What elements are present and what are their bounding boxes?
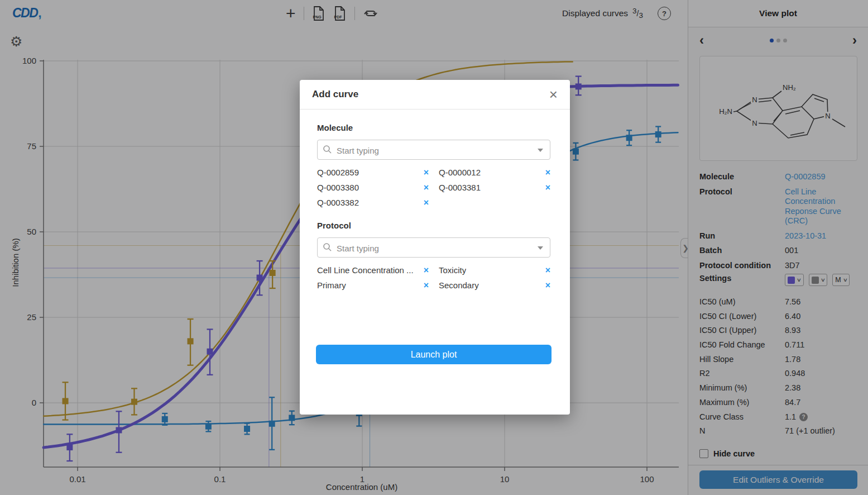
remove-icon[interactable]: × [424, 266, 429, 274]
protocol-search-input[interactable] [335, 238, 536, 258]
remove-icon[interactable]: × [545, 282, 550, 289]
selected-protocol-label: Cell Line Concentration ... [317, 265, 414, 275]
remove-icon[interactable]: × [545, 184, 550, 192]
chevron-down-icon[interactable] [538, 149, 543, 152]
selected-molecule-item: Q-0000012× [439, 168, 550, 177]
selected-molecule-label: Q-0002859 [317, 168, 359, 177]
chevron-down-icon[interactable] [538, 246, 543, 250]
remove-icon[interactable]: × [424, 282, 429, 289]
search-icon [323, 145, 332, 154]
selected-molecule-label: Q-0003382 [317, 198, 359, 207]
selected-protocol-item: Secondary× [439, 280, 550, 290]
selected-molecule-item: Q-0002859× [317, 168, 429, 177]
selected-molecule-label: Q-0000012 [439, 168, 481, 177]
add-curve-modal: Add curve × Molecule Q-0002859×Q-0000012… [300, 80, 570, 415]
selected-protocol-label: Primary [317, 280, 346, 290]
molecule-search-box [317, 140, 550, 160]
molecule-search-input[interactable] [335, 140, 536, 160]
selected-molecules: Q-0002859×Q-0000012×Q-0003380×Q-0003381×… [317, 168, 550, 207]
selected-protocol-label: Secondary [439, 280, 479, 290]
protocol-field-label: Protocol [317, 221, 550, 230]
selected-molecule-item: Q-0003381× [439, 183, 550, 192]
molecule-field-label: Molecule [317, 123, 550, 132]
selected-protocol-item: Toxicity× [439, 265, 550, 275]
selected-molecule-label: Q-0003380 [317, 183, 359, 192]
search-icon [323, 242, 332, 252]
selected-protocol-label: Toxicity [439, 265, 466, 275]
selected-molecule-item: Q-0003382× [317, 198, 429, 207]
launch-plot-button[interactable]: Launch plot [316, 345, 552, 364]
remove-icon[interactable]: × [424, 184, 429, 192]
selected-protocol-item: Primary× [317, 280, 429, 290]
remove-icon[interactable]: × [424, 169, 429, 177]
remove-icon[interactable]: × [424, 199, 429, 207]
modal-body: Molecule Q-0002859×Q-0000012×Q-0003380×Q… [300, 110, 570, 364]
modal-header: Add curve × [300, 80, 570, 110]
remove-icon[interactable]: × [545, 266, 550, 274]
selected-molecule-item: Q-0003380× [317, 183, 429, 192]
selected-protocol-item: Cell Line Concentration ...× [317, 265, 429, 275]
selected-molecule-label: Q-0003381 [439, 183, 481, 192]
close-icon[interactable]: × [549, 89, 558, 100]
remove-icon[interactable]: × [545, 169, 550, 177]
modal-title: Add curve [312, 89, 358, 100]
app-root: CDD, + PNG PDF [0, 0, 868, 495]
protocol-search-box [317, 237, 550, 258]
selected-protocols: Cell Line Concentration ...×Toxicity×Pri… [317, 265, 550, 290]
